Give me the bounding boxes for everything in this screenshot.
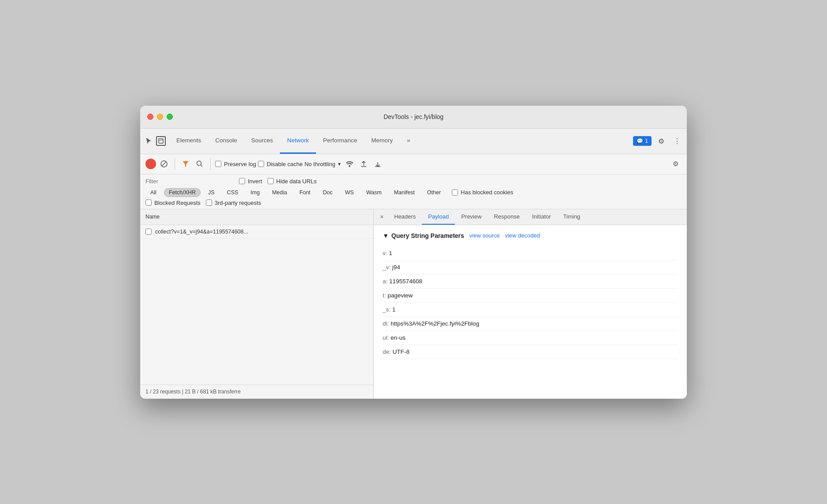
view-source-button[interactable]: view source (469, 232, 500, 239)
section-header: ▼ Query String Parameters view source vi… (383, 232, 678, 239)
traffic-lights (147, 114, 173, 120)
throttle-dropdown[interactable]: No throttling ▼ (305, 161, 342, 167)
invert-input[interactable] (239, 178, 245, 184)
table-row[interactable]: collect?v=1&_v=j94&a=1195574608... (140, 225, 373, 239)
detail-tab-preview[interactable]: Preview (455, 209, 488, 225)
network-conditions-icon[interactable] (343, 158, 356, 170)
requests-footer: 1 / 23 requests | 21 B / 681 kB transfer… (140, 385, 373, 399)
filter-type-img[interactable]: Img (246, 188, 264, 197)
hide-data-urls-checkbox[interactable]: Hide data URLs (268, 178, 317, 185)
console-badge-count: 1 (645, 138, 648, 144)
filter-type-font[interactable]: Font (294, 188, 315, 197)
detail-tab-initiator[interactable]: Initiator (526, 209, 557, 225)
request-row-checkbox[interactable] (145, 229, 152, 235)
devtools-window: DevTools - jec.fyi/blog Elements Console (140, 106, 687, 399)
console-badge-button[interactable]: 💬 1 (633, 136, 652, 146)
more-options-button[interactable]: ⋮ (671, 135, 683, 147)
tab-bar-right: 💬 1 ⚙ ⋮ (633, 135, 683, 147)
hide-data-urls-input[interactable] (268, 178, 274, 184)
requests-panel: Name collect?v=1&_v=j94&a=1195574608... … (140, 209, 374, 399)
separator-1 (175, 158, 175, 170)
cursor-icon[interactable] (144, 136, 153, 146)
filter-type-js[interactable]: JS (203, 188, 220, 197)
svg-point-7 (349, 165, 350, 167)
svg-marker-4 (183, 161, 188, 167)
filter-type-other[interactable]: Other (422, 188, 446, 197)
clear-button[interactable] (158, 158, 170, 170)
list-item: _v: j94 (383, 260, 678, 274)
filter-type-ws[interactable]: WS (340, 188, 358, 197)
window-title: DevTools - jec.fyi/blog (384, 113, 443, 120)
filter-row-2: All Fetch/XHR JS CSS Img Media Font Doc … (145, 188, 682, 197)
filter-input[interactable] (145, 178, 234, 185)
filter-icon[interactable] (179, 158, 192, 170)
minimize-button[interactable] (157, 114, 163, 120)
record-button[interactable] (145, 159, 156, 169)
preserve-log-checkbox[interactable]: Preserve log (215, 161, 256, 167)
close-panel-button[interactable]: × (376, 211, 388, 223)
devtools-icons (144, 136, 166, 146)
collapse-icon[interactable]: ▼ (383, 232, 389, 239)
details-panel: × Headers Payload Preview Response Initi… (374, 209, 687, 399)
disable-cache-checkbox[interactable]: Disable cache (258, 161, 303, 167)
detail-tab-response[interactable]: Response (488, 209, 526, 225)
tab-console[interactable]: Console (208, 128, 244, 154)
maximize-button[interactable] (167, 114, 173, 120)
search-icon[interactable] (194, 158, 206, 170)
detail-tab-payload[interactable]: Payload (422, 209, 455, 225)
filter-type-css[interactable]: CSS (222, 188, 243, 197)
network-settings-icon[interactable]: ⚙ (669, 158, 682, 170)
title-bar: DevTools - jec.fyi/blog (140, 106, 687, 129)
details-tabs: × Headers Payload Preview Response Initi… (374, 209, 687, 225)
filter-type-wasm[interactable]: Wasm (361, 188, 387, 197)
filter-bar: Invert Hide data URLs All Fetch/XHR JS C… (140, 174, 687, 209)
filter-type-fetch-xhr[interactable]: Fetch/XHR (164, 188, 201, 197)
close-button[interactable] (147, 114, 153, 120)
section-title: ▼ Query String Parameters (383, 232, 464, 239)
network-toolbar: Preserve log Disable cache No throttling… (140, 154, 687, 174)
filter-row-1: Invert Hide data URLs (145, 178, 682, 185)
list-item: de: UTF-8 (383, 345, 678, 359)
tab-network[interactable]: Network (280, 128, 316, 154)
filter-row-3: Blocked Requests 3rd-party requests (145, 200, 682, 209)
upload-icon[interactable] (358, 158, 370, 170)
inspect-icon[interactable] (156, 136, 166, 146)
blocked-requests-input[interactable] (145, 200, 152, 206)
detail-tab-timing[interactable]: Timing (557, 209, 587, 225)
settings-icon-button[interactable]: ⚙ (655, 135, 667, 147)
blocked-requests-checkbox[interactable]: Blocked Requests (145, 200, 201, 206)
payload-content: ▼ Query String Parameters view source vi… (374, 225, 687, 399)
view-decoded-button[interactable]: view decoded (505, 232, 540, 239)
tab-sources[interactable]: Sources (244, 128, 280, 154)
filter-type-doc[interactable]: Doc (318, 188, 337, 197)
request-name: collect?v=1&_v=j94&a=1195574608... (155, 229, 248, 235)
list-item: ul: en-us (383, 331, 678, 345)
console-badge-icon: 💬 (637, 138, 643, 144)
download-icon[interactable] (372, 158, 384, 170)
list-item: t: pageview (383, 289, 678, 303)
main-content: Name collect?v=1&_v=j94&a=1195574608... … (140, 209, 687, 399)
detail-tab-headers[interactable]: Headers (388, 209, 422, 225)
filter-type-all[interactable]: All (145, 188, 161, 197)
tab-memory[interactable]: Memory (364, 128, 400, 154)
tab-elements[interactable]: Elements (169, 128, 208, 154)
separator-2 (210, 158, 211, 170)
tab-performance[interactable]: Performance (316, 128, 364, 154)
requests-header: Name (140, 209, 373, 225)
tab-more[interactable]: » (400, 128, 417, 154)
has-blocked-cookies-checkbox[interactable]: Has blocked cookies (452, 189, 513, 196)
filter-type-media[interactable]: Media (267, 188, 292, 197)
third-party-input[interactable] (206, 200, 212, 206)
svg-line-6 (201, 165, 203, 167)
third-party-checkbox[interactable]: 3rd-party requests (206, 200, 261, 206)
has-blocked-cookies-input[interactable] (452, 189, 458, 196)
list-item: v: 1 (383, 246, 678, 260)
disable-cache-input[interactable] (258, 161, 264, 167)
list-item: a: 1195574608 (383, 274, 678, 289)
filter-type-manifest[interactable]: Manifest (389, 188, 420, 197)
invert-checkbox[interactable]: Invert (239, 178, 262, 185)
params-list: v: 1 _v: j94 a: 1195574608 t: pageview (383, 246, 678, 359)
preserve-log-input[interactable] (215, 161, 221, 167)
tab-bar: Elements Console Sources Network Perform… (140, 129, 687, 154)
list-item: _s: 1 (383, 303, 678, 317)
